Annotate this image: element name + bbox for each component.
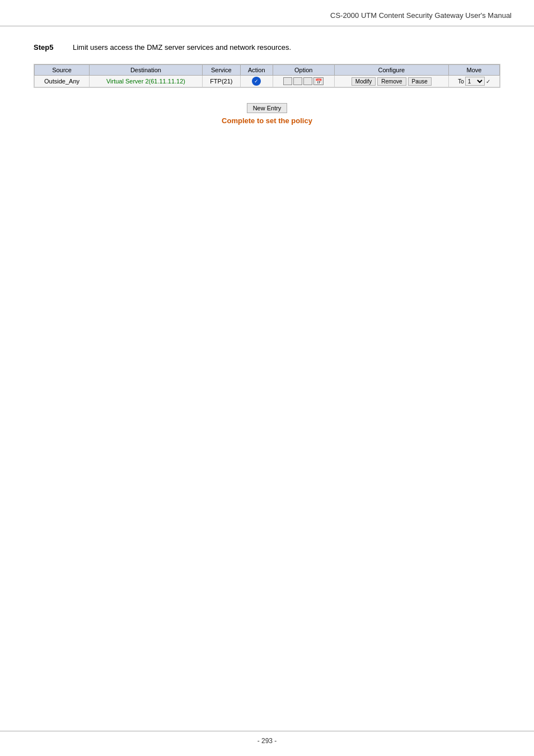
- policy-table-wrapper: Source Destination Service Action Option…: [34, 64, 500, 88]
- main-content: Step5 Limit users access the DMZ server …: [0, 26, 534, 142]
- col-configure: Configure: [334, 65, 448, 76]
- permit-icon: ✓: [252, 77, 261, 86]
- policy-table: Source Destination Service Action Option…: [34, 64, 500, 87]
- move-to-label: To: [458, 78, 464, 85]
- option-icon-schedule: 📅: [313, 77, 324, 85]
- cell-move: To 1 ✓: [449, 76, 500, 87]
- page-footer: - 293 -: [0, 731, 534, 745]
- move-select[interactable]: 1: [465, 77, 485, 86]
- option-icon-1: [283, 77, 292, 85]
- configure-buttons: Modify Remove Pause: [338, 77, 446, 86]
- option-icons: 📅: [276, 77, 331, 85]
- col-destination: Destination: [90, 65, 203, 76]
- col-move: Move: [449, 65, 500, 76]
- col-action: Action: [240, 65, 273, 76]
- pause-button[interactable]: Pause: [408, 77, 432, 86]
- action-icons: ✓: [243, 77, 270, 86]
- remove-button[interactable]: Remove: [377, 77, 406, 86]
- cell-destination: Virtual Server 2(61.11.11.12): [90, 76, 203, 87]
- modify-button[interactable]: Modify: [352, 77, 376, 86]
- step-line: Step5 Limit users access the DMZ server …: [34, 43, 500, 52]
- cell-option: 📅: [273, 76, 334, 87]
- cell-action: ✓: [240, 76, 273, 87]
- header-title: CS-2000 UTM Content Security Gateway Use…: [330, 11, 512, 20]
- option-icon-3: [303, 77, 312, 85]
- step-label: Step5: [34, 43, 62, 52]
- destination-value: Virtual Server 2(61.11.11.12): [106, 78, 185, 85]
- complete-text: Complete to set the policy: [34, 116, 500, 125]
- move-chevron-icon: ✓: [486, 78, 490, 85]
- page-number: - 293 -: [257, 737, 277, 745]
- table-row: Outside_Any Virtual Server 2(61.11.11.12…: [35, 76, 500, 87]
- col-service: Service: [202, 65, 240, 76]
- col-option: Option: [273, 65, 334, 76]
- source-value: Outside_Any: [44, 78, 79, 85]
- new-entry-container: New Entry: [34, 102, 500, 113]
- cell-service: FTP(21): [202, 76, 240, 87]
- col-source: Source: [35, 65, 90, 76]
- new-entry-button[interactable]: New Entry: [247, 103, 288, 113]
- step-description: Limit users access the DMZ server servic…: [73, 43, 291, 52]
- service-value: FTP(21): [210, 78, 232, 85]
- move-controls: To 1 ✓: [452, 77, 496, 86]
- option-icon-2: [293, 77, 302, 85]
- cell-source: Outside_Any: [35, 76, 90, 87]
- page-header: CS-2000 UTM Content Security Gateway Use…: [0, 0, 534, 26]
- cell-configure: Modify Remove Pause: [334, 76, 448, 87]
